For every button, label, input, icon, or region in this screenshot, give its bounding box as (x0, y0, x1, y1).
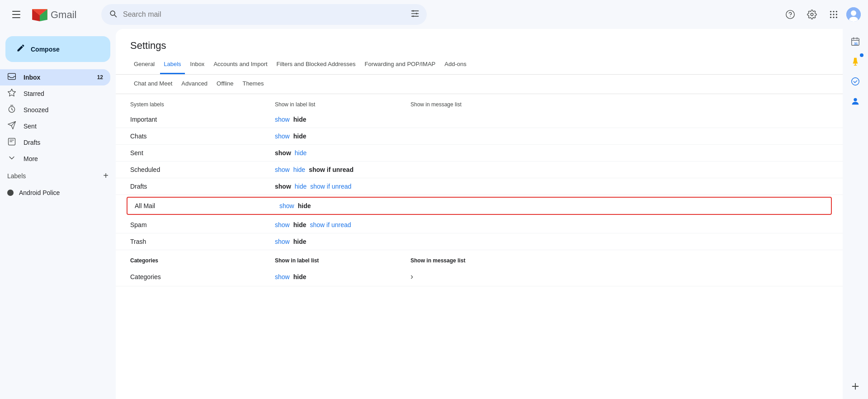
search-bar (101, 4, 427, 25)
drafts-icon (7, 137, 16, 148)
hide-link-allmail[interactable]: hide (298, 202, 311, 209)
tab-accounts[interactable]: Accounts and Import (210, 55, 271, 74)
label-actions-chats: show hide (275, 133, 410, 140)
tab-offline[interactable]: Offline (213, 75, 237, 94)
tab-addons[interactable]: Add-ons (441, 55, 470, 74)
show-link-allmail[interactable]: show (279, 202, 294, 209)
right-panel-tasks[interactable] (846, 72, 864, 90)
main-layout: Compose Inbox 12 Starred Snoozed (0, 29, 868, 399)
show-if-unread-link-drafts[interactable]: show if unread (310, 183, 351, 190)
nav-item-snoozed[interactable]: Snoozed (0, 102, 110, 118)
search-options-icon[interactable] (410, 9, 420, 20)
col-header-label: System labels (130, 101, 275, 108)
label-row-important: Important show hide (116, 111, 843, 128)
snoozed-label: Snoozed (24, 106, 103, 114)
svg-point-25 (852, 78, 859, 86)
svg-point-5 (786, 10, 794, 19)
compose-button[interactable]: Compose (5, 36, 110, 62)
avatar[interactable] (846, 7, 861, 22)
label-actions-spam: show hide show if unread (275, 221, 410, 228)
show-link-trash[interactable]: show (275, 238, 290, 245)
hide-link-trash[interactable]: hide (293, 238, 307, 245)
label-name-drafts: Drafts (130, 183, 275, 190)
inbox-label: Inbox (24, 74, 90, 81)
show-if-unread-link-scheduled[interactable]: show if unread (309, 166, 354, 173)
label-name-scheduled: Scheduled (130, 166, 275, 173)
search-input[interactable] (123, 10, 405, 19)
svg-point-12 (836, 14, 837, 15)
tab-filters[interactable]: Filters and Blocked Addresses (273, 55, 359, 74)
starred-label: Starred (24, 90, 103, 97)
show-link-important[interactable]: show (275, 116, 290, 123)
label-name-allmail: All Mail (135, 202, 279, 209)
settings-title: Settings (116, 29, 843, 52)
show-link-sent[interactable]: show (275, 149, 291, 157)
menu-button[interactable] (7, 5, 25, 24)
label-actions-trash: show hide (275, 238, 410, 245)
hide-link-chats[interactable]: hide (293, 133, 307, 140)
nav-item-inbox[interactable]: Inbox 12 (0, 69, 110, 86)
nav-item-sent[interactable]: Sent (0, 118, 110, 134)
label-actions-important: show hide (275, 116, 410, 123)
svg-point-8 (833, 11, 834, 12)
gmail-m-icon (31, 8, 49, 21)
settings-tabs-row1: General Labels Inbox Accounts and Import… (116, 55, 843, 75)
label-name: Android Police (19, 189, 60, 196)
cat-name-label: Categories (130, 273, 275, 280)
tab-forwarding[interactable]: Forwarding and POP/IMAP (361, 55, 439, 74)
hide-link-sent[interactable]: hide (295, 149, 307, 157)
svg-point-4 (412, 15, 414, 17)
col-header-show: Show in label list (275, 101, 410, 108)
show-if-unread-link-spam[interactable]: show if unread (310, 221, 351, 228)
nav-item-starred[interactable]: Starred (0, 86, 110, 102)
add-label-button[interactable]: + (103, 171, 108, 181)
svg-point-7 (830, 11, 831, 12)
svg-point-15 (836, 17, 837, 18)
label-row-sent: Sent show hide (116, 145, 843, 162)
help-button[interactable] (781, 5, 799, 24)
topbar-right (781, 5, 861, 24)
settings-button[interactable] (803, 5, 821, 24)
hide-link-drafts[interactable]: hide (295, 183, 307, 190)
tab-general[interactable]: General (130, 55, 158, 74)
right-panel-contacts[interactable] (846, 92, 864, 110)
tab-labels[interactable]: Labels (160, 55, 184, 74)
right-panel-calendar[interactable]: 31 (846, 33, 864, 51)
show-link-scheduled[interactable]: show (275, 166, 290, 173)
apps-button[interactable] (825, 5, 843, 24)
label-row-allmail: All Mail show hide (127, 197, 832, 215)
sidebar: Compose Inbox 12 Starred Snoozed (0, 29, 116, 399)
cat-col-msg-header: Show in message list (410, 257, 828, 264)
show-link-chats[interactable]: show (275, 133, 290, 140)
svg-point-26 (854, 98, 857, 101)
hide-link-scheduled[interactable]: hide (293, 166, 305, 173)
svg-marker-20 (8, 89, 16, 96)
svg-point-6 (790, 16, 790, 17)
cat-row-categories: Categories show hide › (116, 267, 843, 286)
svg-point-17 (851, 10, 856, 16)
tab-advanced[interactable]: Advanced (178, 75, 211, 94)
hide-link-important[interactable]: hide (293, 116, 307, 123)
show-link-spam[interactable]: show (275, 221, 290, 228)
nav-item-drafts[interactable]: Drafts (0, 134, 110, 151)
show-link-categories[interactable]: show (275, 273, 290, 280)
svg-point-14 (833, 17, 834, 18)
svg-point-9 (836, 11, 837, 12)
right-panel-add[interactable] (846, 377, 864, 395)
nav-item-more[interactable]: More (0, 151, 110, 167)
show-link-drafts[interactable]: show (275, 183, 291, 190)
keep-badge (860, 53, 863, 57)
hide-link-spam[interactable]: hide (293, 221, 307, 228)
sent-icon (7, 121, 16, 132)
hide-link-categories[interactable]: hide (293, 273, 307, 280)
right-panel-keep[interactable] (846, 52, 864, 71)
cat-actions: show hide (275, 273, 410, 280)
more-label: More (24, 155, 103, 162)
label-item-android-police[interactable]: Android Police (0, 185, 110, 201)
tab-inbox[interactable]: Inbox (187, 55, 208, 74)
labels-section-header: Labels + (0, 167, 116, 185)
categories-expand-icon[interactable]: › (410, 272, 413, 281)
tab-chat[interactable]: Chat and Meet (130, 75, 176, 94)
tab-themes[interactable]: Themes (239, 75, 267, 94)
label-row-chats: Chats show hide (116, 128, 843, 145)
